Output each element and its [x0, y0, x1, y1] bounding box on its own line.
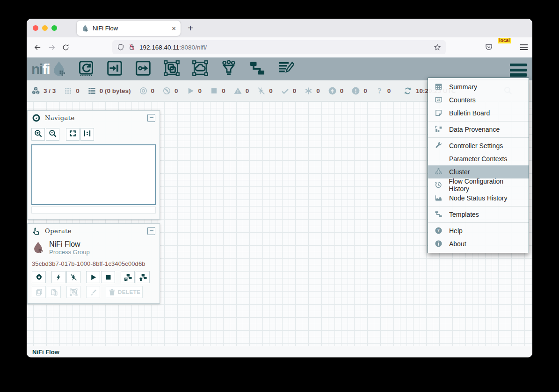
- remote-process-group-component[interactable]: [191, 60, 210, 78]
- disable-button[interactable]: [66, 271, 80, 283]
- data-provenance-icon: [434, 125, 443, 134]
- gear-icon: [35, 273, 43, 281]
- input-port-component[interactable]: [105, 60, 124, 78]
- status-stopped: 0: [210, 86, 225, 95]
- copy-icon: [35, 288, 43, 296]
- new-tab-button[interactable]: +: [188, 22, 193, 34]
- zoom-actual-button[interactable]: [80, 128, 94, 141]
- menu-item-flow-configuration-history[interactable]: Flow Configuration History: [428, 178, 529, 192]
- template-component[interactable]: [248, 60, 267, 78]
- fill-color-icon: [89, 288, 97, 296]
- maximize-window-button[interactable]: [51, 25, 57, 31]
- flow-config-history-icon: [434, 181, 443, 189]
- compass-icon: [32, 114, 41, 122]
- back-button[interactable]: [30, 41, 44, 55]
- status-locally-modified: 0: [304, 86, 320, 95]
- menu-item-data-provenance[interactable]: Data Provenance: [428, 123, 529, 136]
- breadcrumb-root[interactable]: NiFi Flow: [32, 349, 59, 356]
- birdseye-minimap[interactable]: [31, 144, 156, 205]
- menu-item-bulletin-board[interactable]: Bulletin Board: [428, 107, 529, 120]
- browser-tab[interactable]: NiFi Flow ×: [77, 21, 181, 36]
- global-menu-button[interactable]: [510, 64, 527, 78]
- menu-item-parameter-contexts[interactable]: Parameter Contexts: [428, 152, 529, 165]
- disabled-icon: [70, 273, 78, 281]
- output-port-component[interactable]: [134, 60, 152, 78]
- operate-panel-header: Operate: [28, 224, 160, 238]
- fill-color-button[interactable]: [86, 286, 100, 298]
- stop-button[interactable]: [101, 271, 115, 283]
- stale-icon: [328, 86, 337, 95]
- zoom-in-button[interactable]: [31, 128, 45, 141]
- invalid-icon: [233, 86, 242, 95]
- upload-template-icon: [139, 273, 147, 281]
- url-path: :8080/nifi/: [179, 44, 207, 51]
- close-window-button[interactable]: [33, 25, 38, 31]
- operate-panel: Operate NiFi Flow Process Group 35cbd3b7…: [27, 223, 160, 304]
- operate-panel-title: Operate: [45, 228, 72, 235]
- svg-text:23: 23: [436, 98, 440, 101]
- nifi-header-toolbar: nifi: [27, 57, 532, 80]
- menu-item-help[interactable]: ?Help: [428, 224, 529, 237]
- browser-window: NiFi Flow × + 192.168: [27, 19, 532, 357]
- enable-button[interactable]: [51, 271, 65, 283]
- group-button[interactable]: [66, 286, 80, 298]
- label-icon: [277, 60, 294, 78]
- delete-button[interactable]: DELETE: [106, 286, 143, 298]
- create-template-button[interactable]: [121, 271, 135, 283]
- collapse-operate-button[interactable]: [147, 227, 155, 235]
- menu-item-controller-settings[interactable]: Controller Settings: [428, 139, 529, 152]
- shield-icon[interactable]: [117, 43, 124, 51]
- menu-item-about[interactable]: About: [428, 237, 529, 250]
- menu-item-summary[interactable]: Summary: [428, 80, 529, 93]
- refresh-icon[interactable]: [403, 86, 412, 95]
- process-group-component[interactable]: [162, 60, 181, 78]
- paste-icon: [50, 288, 58, 296]
- status-not-transmitting-count: 0: [174, 87, 178, 94]
- output-port-icon: [135, 60, 152, 78]
- upload-template-button[interactable]: [136, 271, 150, 283]
- menu-item-templates[interactable]: Templates: [428, 208, 529, 221]
- status-not-transmitting: 0: [162, 86, 178, 95]
- menu-item-label: Templates: [449, 211, 479, 218]
- menu-item-node-status-history[interactable]: Node Status History: [428, 192, 529, 205]
- locally-modified-icon: [304, 86, 313, 95]
- processor-component[interactable]: [77, 60, 95, 78]
- label-component[interactable]: [276, 60, 295, 78]
- pocket-icon[interactable]: [485, 43, 493, 51]
- forward-button[interactable]: [44, 41, 58, 55]
- nifi-component-toolbar: [77, 60, 305, 78]
- collapse-navigate-button[interactable]: [147, 114, 155, 122]
- close-tab-icon[interactable]: ×: [172, 25, 176, 32]
- url-bar[interactable]: 192.168.40.11:8080/nifi/: [112, 40, 446, 54]
- zoom-fit-button[interactable]: [66, 128, 80, 141]
- stopped-icon: [210, 86, 218, 95]
- profile-avatar[interactable]: local: [501, 42, 512, 52]
- minimize-window-button[interactable]: [42, 25, 48, 31]
- menu-item-cluster[interactable]: Cluster: [428, 165, 529, 178]
- reload-button[interactable]: [58, 41, 73, 55]
- bulletin-board-icon: [434, 109, 443, 117]
- status-active-threads-count: 0: [76, 87, 80, 94]
- funnel-component[interactable]: [219, 60, 238, 78]
- zoom-out-button[interactable]: [46, 128, 59, 141]
- url-text[interactable]: 192.168.40.11:8080/nifi/: [139, 44, 430, 51]
- bookmark-star-icon[interactable]: [434, 43, 441, 51]
- paste-button[interactable]: [47, 286, 61, 298]
- configuration-button[interactable]: [32, 271, 46, 283]
- status-up-to-date: 0: [281, 86, 297, 95]
- browser-menu-button[interactable]: [520, 43, 528, 51]
- copy-button[interactable]: [32, 286, 46, 298]
- minimap-scroll-strip: [31, 207, 156, 214]
- process-group-icon: [70, 288, 78, 296]
- node-status-history-icon: [434, 194, 443, 202]
- url-host: 192.168.40.11: [139, 44, 179, 51]
- running-icon: [186, 86, 195, 95]
- start-button[interactable]: [86, 271, 100, 283]
- nifi-logo-drop-icon: [50, 60, 67, 78]
- flow-type: Process Group: [49, 249, 90, 256]
- insecure-lock-icon[interactable]: [128, 43, 136, 51]
- status-disabled: 0: [257, 86, 273, 95]
- summary-icon: [434, 83, 443, 91]
- menu-item-counters[interactable]: 23Counters: [428, 93, 529, 107]
- no-icon: [434, 155, 443, 163]
